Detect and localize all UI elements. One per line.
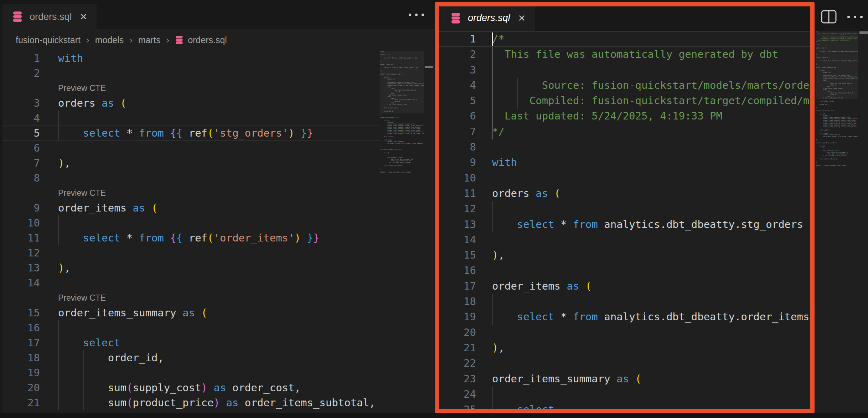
codelens-preview-cte[interactable]: Preview CTE	[58, 290, 106, 305]
breadcrumb-item-marts[interactable]: marts	[138, 35, 161, 45]
line-number: 7	[435, 124, 476, 139]
code-editor-source[interactable]: 1with2Preview CTE3orders as (45 select *…	[0, 51, 380, 410]
line-number: 4	[0, 111, 40, 126]
code-line: 20 sum(supply_cost) as order_cost,	[0, 380, 380, 395]
indent-guide	[492, 47, 493, 139]
line-number: 6	[0, 141, 40, 156]
code-line: 4	[0, 111, 380, 126]
code-line: 6 Last updated: 5/24/2025, 4:19:33 PM	[435, 108, 811, 124]
indent-guide	[492, 201, 493, 232]
database-file-icon	[12, 11, 23, 22]
chevron-right-icon: ›	[86, 35, 89, 46]
minimap-slider[interactable]	[816, 31, 858, 99]
tab-orders-sql-left[interactable]: orders.sql ✕	[2, 4, 97, 29]
code-line: 16	[0, 320, 380, 335]
line-number: 2	[435, 47, 476, 62]
left-tab-bar: orders.sql ✕	[0, 0, 434, 29]
code-line: 18	[435, 294, 811, 309]
line-number: 18	[0, 350, 40, 365]
line-number: 3	[0, 96, 40, 111]
vertical-scrollbar[interactable]	[424, 0, 434, 413]
chevron-right-icon: ›	[129, 35, 133, 46]
tab-close-icon[interactable]: ✕	[80, 12, 88, 21]
line-number	[0, 290, 40, 305]
line-number: 7	[0, 156, 40, 170]
code-line: 24	[435, 387, 811, 402]
line-number: 16	[435, 263, 476, 278]
code-line: 2	[0, 66, 380, 81]
tab-orders-sql-compiled[interactable]: orders.sql ✕	[440, 5, 535, 31]
tab-label: orders.sql	[468, 12, 510, 24]
line-number: 19	[0, 365, 40, 380]
code-line: 21 sum(product_price) as order_items_sub…	[0, 395, 380, 410]
line-number: 14	[0, 275, 40, 290]
indent-guide	[492, 387, 493, 413]
line-number: 20	[0, 380, 40, 395]
line-number: 15	[435, 248, 476, 263]
code-line: 19 select * from analytics.dbt_dbeatty.o…	[435, 309, 811, 325]
line-number: 21	[0, 395, 40, 410]
indent-guide	[517, 78, 518, 109]
minimap-line: select * from customer_order_count	[816, 165, 858, 167]
code-line: 10	[0, 215, 380, 230]
breadcrumb-item-file[interactable]: orders.sql	[175, 35, 227, 45]
code-line: 18 order_id,	[0, 350, 380, 365]
line-number: 19	[435, 309, 476, 325]
line-number: 12	[435, 201, 476, 216]
codelens-row: Preview CTE	[0, 290, 380, 305]
tab-close-icon[interactable]: ✕	[518, 14, 526, 23]
code-line: 10	[435, 170, 811, 186]
vscode-window: orders.sql ✕ fusion-quickstart › models …	[0, 0, 868, 418]
editor-group-right: orders.sql ✕ 1/*2 This file was automati…	[435, 0, 868, 413]
more-actions-icon[interactable]	[409, 14, 424, 16]
code-line: 5 Compiled: fusion-quickstart/target/com…	[435, 93, 811, 108]
line-number: 16	[0, 320, 40, 335]
line-number: 10	[435, 170, 476, 186]
split-editor-icon[interactable]	[821, 10, 837, 24]
right-tab-bar: orders.sql ✕	[435, 0, 868, 31]
code-line: 7),	[0, 156, 380, 170]
indent-guide	[83, 350, 84, 410]
text-cursor	[492, 32, 493, 46]
breadcrumb-item-models[interactable]: models	[95, 35, 124, 45]
codelens-preview-cte[interactable]: Preview CTE	[58, 81, 106, 96]
line-number: 11	[0, 230, 40, 245]
codelens-row: Preview CTE	[0, 185, 380, 200]
cursor-overview-marker	[425, 66, 433, 68]
code-line: 25 select	[435, 402, 811, 413]
code-line: 21),	[435, 340, 811, 356]
database-file-icon	[175, 35, 184, 45]
tab-label: orders.sql	[30, 11, 72, 22]
code-line: 7*/	[435, 124, 811, 139]
code-line: 8	[0, 170, 380, 185]
code-line: 13 select * from analytics.dbt_dbeatty.s…	[435, 217, 811, 232]
code-line: 11 select * from {{ ref('order_items') }…	[0, 230, 380, 245]
line-number: 1	[435, 31, 476, 47]
code-line: 13),	[0, 260, 380, 275]
line-number: 1	[0, 51, 40, 66]
code-line: 11orders as (	[435, 186, 811, 201]
line-number: 20	[435, 325, 476, 340]
code-line: 5 select * from {{ ref('stg_orders') }}	[0, 126, 380, 141]
line-number: 24	[435, 387, 476, 402]
line-number: 10	[0, 215, 40, 230]
breadcrumb-item-project[interactable]: fusion-quickstart	[16, 35, 81, 45]
line-number	[0, 185, 40, 200]
window-bottom-strip	[0, 413, 868, 418]
codelens-preview-cte[interactable]: Preview CTE	[58, 185, 106, 200]
code-editor-compiled[interactable]: 1/*2 This file was automatically generat…	[435, 31, 811, 413]
code-line: 9with	[435, 155, 811, 170]
line-number: 3	[435, 62, 476, 78]
minimap-line: select * from customer_order_count	[380, 172, 424, 173]
code-line: 2 This file was automatically generated …	[435, 47, 811, 62]
minimap-slider[interactable]	[380, 51, 424, 113]
vertical-scrollbar[interactable]	[858, 0, 868, 413]
indent-guide	[58, 320, 59, 410]
window-edge	[0, 0, 2, 413]
code-line: 9order_items as (	[0, 200, 380, 215]
code-line: 1/*	[435, 31, 811, 47]
line-number: 4	[435, 78, 476, 93]
chevron-right-icon: ›	[166, 35, 169, 46]
code-line: 8	[435, 139, 811, 155]
minimap-line: on orders.order_id = order_items_summary…	[816, 136, 858, 138]
